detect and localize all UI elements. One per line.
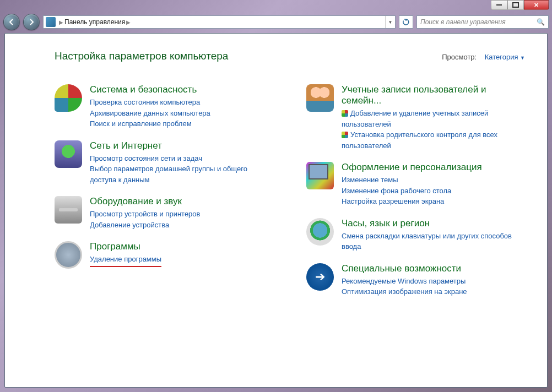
view-selector: Просмотр: Категория ▼ (442, 53, 525, 61)
address-dropdown[interactable]: ▼ (385, 16, 395, 28)
category-link[interactable]: Настройка разрешения экрана (342, 196, 525, 207)
arrow-left-icon (8, 18, 15, 26)
category-system-security: Система и безопасность Проверка состояни… (55, 84, 273, 129)
title-bar (0, 0, 552, 12)
category-title[interactable]: Программы (90, 241, 273, 252)
category-title[interactable]: Оборудование и звук (90, 196, 273, 207)
category-column-right: Учетные записи пользователей и семейн...… (306, 84, 525, 308)
users-icon (306, 84, 334, 112)
refresh-icon (402, 18, 410, 26)
shield-icon (55, 84, 82, 112)
arrow-right-icon (28, 18, 35, 26)
maximize-button[interactable] (507, 0, 524, 10)
category-ease-of-access: Специальные возможности Рекомендуемые Wi… (306, 263, 525, 297)
disc-icon (55, 241, 82, 269)
monitor-palette-icon (306, 162, 334, 189)
category-link[interactable]: Просмотр состояния сети и задач (90, 153, 273, 164)
view-dropdown[interactable]: Категория ▼ (485, 53, 525, 61)
breadcrumb-separator: ▶ (59, 19, 63, 25)
category-title[interactable]: Специальные возможности (342, 263, 525, 274)
category-column-left: Система и безопасность Проверка состояни… (55, 84, 273, 308)
back-button[interactable] (3, 14, 20, 30)
header-row: Настройка параметров компьютера Просмотр… (55, 50, 525, 62)
category-clock-region: Часы, язык и регион Смена раскладки клав… (306, 218, 525, 252)
category-link[interactable]: Поиск и исправление проблем (90, 118, 273, 129)
search-placeholder: Поиск в панели управления (420, 18, 506, 26)
category-network: Сеть и Интернет Просмотр состояния сети … (55, 140, 273, 186)
category-link[interactable]: Выбор параметров домашней группы и общег… (90, 164, 273, 185)
address-bar[interactable]: ▶ Панель управления ▶ ▼ (43, 15, 396, 29)
printer-icon (55, 196, 82, 224)
breadcrumb-separator: ▶ (126, 19, 131, 25)
category-link[interactable]: Изменение темы (342, 175, 525, 186)
search-box[interactable]: Поиск в панели управления 🔍 (416, 15, 549, 29)
category-link[interactable]: Оптимизация изображения на экране (342, 286, 525, 297)
page-title: Настройка параметров компьютера (55, 50, 228, 62)
chevron-down-icon: ▼ (520, 55, 525, 61)
ease-of-access-icon (306, 263, 334, 291)
category-title[interactable]: Часы, язык и регион (342, 218, 525, 229)
content-area: Настройка параметров компьютера Просмотр… (4, 33, 548, 388)
minimize-button[interactable] (491, 0, 507, 10)
globe-network-icon (55, 140, 82, 168)
category-link[interactable]: Установка родительского контроля для все… (342, 129, 525, 151)
close-button[interactable] (524, 0, 549, 10)
forward-button[interactable] (23, 14, 40, 30)
view-label: Просмотр: (442, 53, 477, 61)
category-link-uninstall[interactable]: Удаление программы (90, 254, 273, 267)
window-controls (491, 0, 549, 10)
refresh-button[interactable] (399, 15, 413, 29)
navigation-bar: ▶ Панель управления ▶ ▼ Поиск в панели у… (0, 12, 552, 32)
category-title[interactable]: Система и безопасность (90, 84, 273, 95)
category-link[interactable]: Изменение фона рабочего стола (342, 186, 525, 197)
control-panel-icon (46, 17, 56, 27)
breadcrumb-root[interactable]: Панель управления (64, 18, 125, 26)
category-programs: Программы Удаление программы (55, 241, 273, 269)
search-icon: 🔍 (537, 18, 545, 26)
category-users: Учетные записи пользователей и семейн...… (306, 84, 525, 151)
category-link[interactable]: Рекомендуемые Windows параметры (342, 276, 525, 287)
category-appearance: Оформление и персонализация Изменение те… (306, 162, 525, 207)
category-grid: Система и безопасность Проверка состояни… (55, 84, 525, 308)
clock-globe-icon (306, 218, 334, 246)
category-title[interactable]: Оформление и персонализация (342, 162, 525, 173)
category-link[interactable]: Проверка состояния компьютера (90, 97, 273, 108)
category-link[interactable]: Добавление устройства (90, 220, 273, 231)
category-title[interactable]: Учетные записи пользователей и семейн... (342, 84, 525, 106)
category-link[interactable]: Архивирование данных компьютера (90, 108, 273, 119)
category-link[interactable]: Добавление и удаление учетных записей по… (342, 108, 525, 129)
category-title[interactable]: Сеть и Интернет (90, 140, 273, 151)
category-link[interactable]: Смена раскладки клавиатуры или других сп… (342, 231, 525, 252)
category-link[interactable]: Просмотр устройств и принтеров (90, 209, 273, 220)
category-hardware: Оборудование и звук Просмотр устройств и… (55, 196, 273, 230)
